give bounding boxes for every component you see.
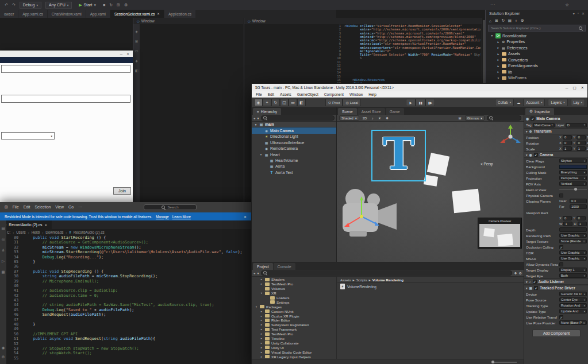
- platform-dropdown[interactable]: Any CPU▾: [45, 2, 72, 9]
- hierarchy-item[interactable]: ▾▦Heart: [252, 152, 336, 157]
- create-button[interactable]: +: [253, 272, 256, 275]
- project-folder[interactable]: ▸Unity Collaborate: [252, 340, 336, 345]
- project-folder[interactable]: Settings: [252, 300, 336, 304]
- camera-object-gizmo[interactable]: [337, 185, 400, 249]
- close-icon[interactable]: ✕: [582, 11, 585, 16]
- expander-icon[interactable]: ▸: [260, 323, 263, 326]
- value-field[interactable]: 0: [563, 216, 572, 220]
- diamond-icon[interactable]: ❖: [514, 271, 517, 275]
- 2d-toggle[interactable]: 2D: [362, 117, 368, 120]
- expander-icon[interactable]: ▸: [260, 328, 263, 331]
- expander-icon[interactable]: ▾: [255, 305, 258, 308]
- checkbox[interactable]: [559, 262, 563, 266]
- slider-thumb[interactable]: [491, 361, 494, 363]
- project-folder[interactable]: Loaders: [252, 296, 336, 300]
- grid-icon[interactable]: ⊞: [458, 116, 463, 120]
- document-outline-bar[interactable]: ◇Window: [133, 18, 243, 24]
- editor-tab[interactable]: ChatWindow.xaml: [48, 10, 86, 18]
- session-dropdown[interactable]: ▾: [1, 132, 55, 140]
- files-icon[interactable]: ▤: [508, 18, 512, 23]
- expander-icon[interactable]: ▸: [260, 355, 263, 358]
- solution-item[interactable]: ▸lib: [486, 69, 588, 75]
- transform-tool-icon[interactable]: ◧: [297, 99, 306, 106]
- learn-more-link[interactable]: Learn More: [172, 215, 191, 219]
- component-header[interactable]: ▾⊕Transform: [524, 128, 588, 134]
- close-icon[interactable]: ✕: [45, 223, 48, 227]
- active-checkbox[interactable]: ✓: [531, 117, 535, 121]
- scale-tool-icon[interactable]: ◱: [280, 99, 289, 106]
- breadcrumb-segment[interactable]: Assets: [340, 278, 351, 282]
- tab-inspector[interactable]: ⚙Inspector: [525, 108, 554, 115]
- solution-item[interactable]: ▸▤References: [486, 45, 588, 51]
- project-folder[interactable]: ▾XR: [252, 291, 336, 296]
- grid-icon[interactable]: ⊞: [117, 3, 120, 7]
- editor-tab[interactable]: SessionSelector.xaml.cs✕: [110, 10, 164, 18]
- value-field[interactable]: 0: [563, 135, 572, 140]
- dropdown[interactable]: Perspective▾: [559, 176, 587, 180]
- object-field[interactable]: None (Base P⊙: [559, 320, 587, 325]
- value-field[interactable]: 1: [563, 222, 572, 226]
- tab-project[interactable]: Project: [253, 263, 273, 270]
- menu-item[interactable]: Selection: [34, 205, 51, 210]
- expander-icon[interactable]: ▸: [260, 282, 263, 285]
- close-icon[interactable]: ✕: [581, 86, 584, 90]
- gear-icon[interactable]: ⚙: [124, 3, 128, 7]
- close-icon[interactable]: ✕: [126, 52, 129, 56]
- expander-icon[interactable]: ▸: [497, 58, 500, 61]
- tab-scene[interactable]: Scene: [338, 108, 357, 115]
- hierarchy-item[interactable]: TAorta Text: [252, 169, 336, 175]
- dropdown[interactable]: Generic XR D▾: [559, 292, 587, 296]
- start-debug-button[interactable]: ▶Start▾: [76, 2, 99, 9]
- editor-tab[interactable]: owser: [0, 10, 18, 18]
- dropdown[interactable]: Use Graphic▾: [559, 233, 587, 238]
- breadcrumb-segment[interactable]: Downloads: [45, 230, 63, 234]
- slider-thumb[interactable]: [574, 188, 577, 191]
- project-folder[interactable]: ▸Shaders: [252, 277, 336, 282]
- component-header[interactable]: ▾♪✓Audio Listener: [524, 278, 588, 285]
- pin-icon[interactable]: ▫: [578, 11, 579, 16]
- rect-tool-icon[interactable]: ▭: [289, 99, 297, 106]
- enabled-checkbox[interactable]: ✓: [534, 153, 538, 157]
- expander-icon[interactable]: ▾: [260, 292, 263, 295]
- name-input[interactable]: [1, 65, 130, 73]
- dropdown[interactable]: Use Graphic▾: [559, 250, 587, 255]
- object-field[interactable]: None (Rende⊙: [559, 239, 587, 243]
- perspective-label[interactable]: < Persp: [481, 162, 493, 166]
- manage-link[interactable]: Manage: [156, 215, 169, 219]
- project-breadcrumb[interactable]: Assets▸Scripts▸Volume Rendering: [337, 277, 524, 283]
- back-icon[interactable]: ↶: [5, 3, 8, 7]
- refresh-icon[interactable]: ↻: [109, 3, 113, 7]
- debug-config-dropdown[interactable]: Debug▾: [20, 2, 41, 9]
- foldout-icon[interactable]: ▾: [526, 280, 528, 284]
- breadcrumb-file[interactable]: RecordAudio (2).cs: [74, 230, 105, 234]
- extensions-icon[interactable]: ▦: [1, 270, 5, 274]
- project-folder[interactable]: ▸TextMesh Pro: [252, 332, 336, 336]
- value-field[interactable]: 0: [563, 141, 572, 145]
- rect-icon[interactable]: ▭: [135, 49, 139, 53]
- editor-tab[interactable]: Application.cs: [164, 10, 195, 18]
- dropdown[interactable]: Both▾: [559, 273, 587, 278]
- stop-icon[interactable]: ■: [103, 3, 105, 7]
- expander-icon[interactable]: ▾: [490, 34, 494, 37]
- menu-item[interactable]: Edit: [268, 92, 274, 96]
- maximize-icon[interactable]: ▢: [572, 86, 576, 90]
- source-control-icon[interactable]: ⋔: [2, 248, 5, 253]
- run-debug-icon[interactable]: ▷: [2, 259, 5, 264]
- value-field[interactable]: 1000: [570, 204, 587, 209]
- menu-item[interactable]: Window: [349, 92, 363, 96]
- menu-item[interactable]: View: [55, 205, 64, 210]
- refresh-icon[interactable]: ↻: [501, 18, 504, 23]
- document-outline-bar[interactable]: ◇Window: [244, 18, 482, 24]
- project-folder[interactable]: ▸Timeline: [252, 336, 336, 341]
- expander-icon[interactable]: ▾: [497, 76, 500, 80]
- scene-search-input[interactable]: [487, 115, 521, 121]
- more-icon[interactable]: ⋯: [490, 2, 495, 7]
- hierarchy-item[interactable]: ▾▤main: [252, 122, 336, 127]
- dropdown[interactable]: Skybox▾: [559, 158, 587, 163]
- collab-dropdown[interactable]: Collab▾: [495, 99, 514, 106]
- expander-icon[interactable]: ▾: [259, 153, 263, 156]
- component-header[interactable]: ▾▣✓Tracked Pose Driver: [524, 285, 588, 291]
- tag-dropdown[interactable]: MainCame▾: [533, 123, 555, 127]
- hierarchy-item[interactable]: ▦Aorta: [252, 164, 336, 169]
- editor-tab[interactable]: # RecordAudio (2).cs ✕: [0, 220, 52, 229]
